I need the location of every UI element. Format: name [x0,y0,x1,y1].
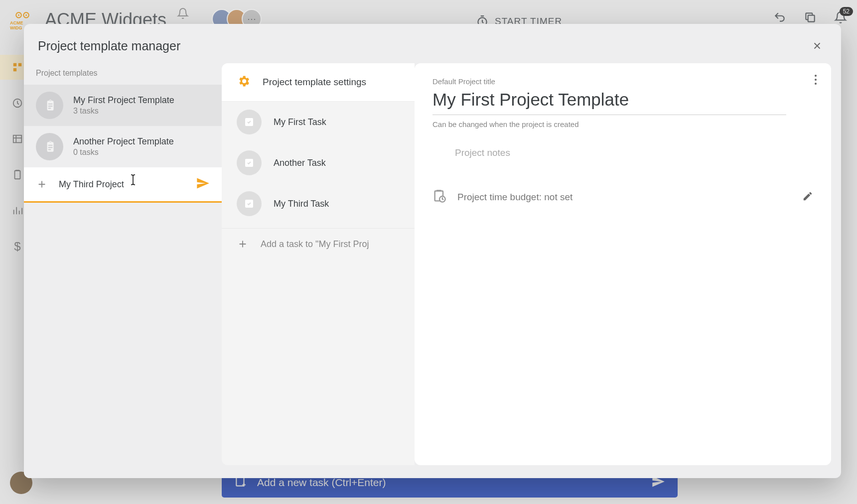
svg-point-12 [815,75,817,77]
task-row[interactable]: Another Task [222,142,415,183]
budget-text: Project time budget: not set [457,192,572,203]
clipboard-icon [36,133,63,160]
submit-template-button[interactable] [196,176,210,192]
template-item[interactable]: Another Project Template 0 tasks [24,126,222,167]
new-template-input[interactable] [59,179,185,190]
checkbox-icon[interactable] [237,110,262,134]
template-item-title: Another Project Template [73,136,174,147]
plus-icon [237,239,249,250]
detail-panel: Default Project title My First Project T… [415,63,831,465]
task-label: My First Task [274,117,326,127]
svg-point-14 [815,83,817,85]
task-row[interactable]: My First Task [222,102,415,142]
template-item-sub: 0 tasks [73,148,174,157]
close-button[interactable] [807,36,827,56]
gear-icon [237,74,251,90]
template-item-title: My First Project Template [73,95,174,106]
project-notes-input[interactable]: Project notes [432,147,813,158]
title-field-label: Default Project title [432,77,813,86]
edit-budget-button[interactable] [802,191,813,204]
task-row[interactable]: My Third Task [222,183,415,224]
task-label: My Third Task [274,199,329,209]
new-template-row [24,167,222,203]
task-label: Another Task [274,158,326,168]
template-list-label: Project templates [24,69,222,85]
plus-icon [36,179,48,190]
time-budget-row: Project time budget: not set [432,189,813,205]
checkbox-icon[interactable] [237,191,262,216]
template-settings-row[interactable]: Project template settings [222,63,415,102]
template-manager-modal: Project template manager Project templat… [24,24,841,478]
settings-label: Project template settings [263,77,366,88]
more-menu-button[interactable] [814,74,817,87]
project-title-input[interactable]: My First Project Template [432,88,786,115]
svg-point-13 [815,79,817,81]
add-task-button[interactable]: Add a task to "My First Proj [222,228,415,259]
clipboard-icon [36,92,63,119]
template-list: Project templates My First Project Templ… [24,62,222,478]
add-task-label: Add a task to "My First Proj [261,239,369,250]
modal-title: Project template manager [38,39,180,53]
template-item-sub: 3 tasks [73,107,174,116]
task-column: Project template settings My First Task … [222,63,415,465]
template-item[interactable]: My First Project Template 3 tasks [24,85,222,126]
checkbox-icon[interactable] [237,150,262,175]
budget-clock-icon [432,189,446,205]
title-hint: Can be changed when the project is creat… [432,120,813,128]
